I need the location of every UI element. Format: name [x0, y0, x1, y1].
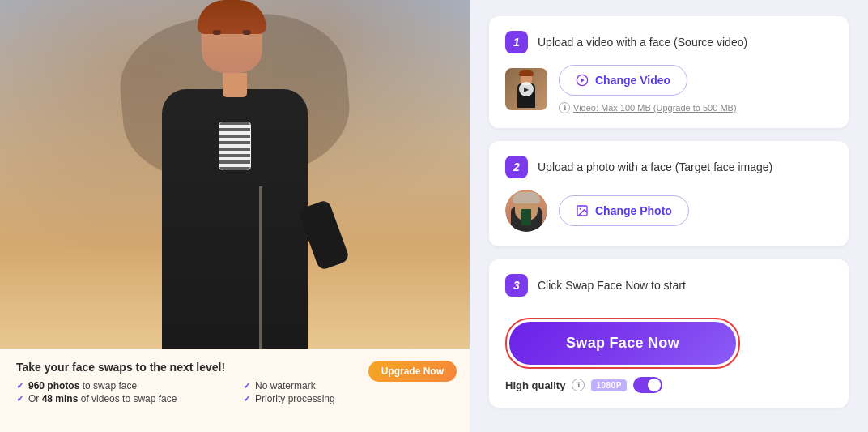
feature-video: ✓ Or 48 mins of videos to swap face: [16, 393, 227, 404]
step-1-title: Upload a video with a face (Source video…: [538, 36, 747, 49]
feature-bold-1: 960 photos: [28, 380, 79, 391]
thumb-hair: [519, 70, 534, 76]
step-2-content: Change Photo: [505, 190, 832, 232]
image-icon: [576, 204, 589, 217]
jacket: [162, 89, 308, 349]
photo-thumbnail: [505, 190, 547, 232]
video-thumbnail: ▶: [505, 68, 547, 110]
step-1-header: 1 Upload a video with a face (Source vid…: [505, 31, 832, 53]
upgrade-banner: Take your face swaps to the next level! …: [0, 349, 470, 432]
svg-marker-1: [581, 78, 585, 82]
video-size-text[interactable]: Video: Max 100 MB (Upgrade to 500 MB): [573, 103, 737, 113]
video-preview: [0, 0, 470, 349]
step-2-card: 2 Upload a photo with a face (Target fac…: [489, 141, 849, 246]
step-3-badge: 3: [505, 274, 528, 297]
step-3-header: 3 Click Swap Face Now to start: [505, 274, 832, 297]
step-1-content: ▶ Change Video ℹ Video: Max 100 MB (Upgr…: [505, 65, 832, 113]
step-2-action-area: Change Photo: [559, 195, 832, 226]
neck: [223, 73, 247, 97]
thumb-figure: ▶: [512, 71, 541, 108]
head: [202, 4, 262, 73]
right-eye: [243, 30, 251, 35]
play-circle-icon: [576, 74, 589, 87]
quality-label: High quality: [505, 379, 565, 391]
video-size-info: ℹ Video: Max 100 MB (Upgrade to 500 MB): [559, 102, 832, 113]
info-icon-1: ℹ: [559, 102, 570, 113]
quality-badge: 1080P: [591, 379, 626, 391]
left-eye: [213, 30, 221, 35]
face-tie: [521, 209, 531, 225]
step-1-card: 1 Upload a video with a face (Source vid…: [489, 16, 849, 128]
quality-row: High quality ℹ 1080P: [505, 377, 832, 393]
change-photo-button[interactable]: Change Photo: [559, 195, 689, 226]
video-thumb-bg: ▶: [505, 68, 547, 110]
svg-point-3: [580, 208, 581, 210]
shirt-stripes: [219, 122, 250, 170]
upgrade-button[interactable]: Upgrade Now: [368, 361, 457, 382]
face-thumbnail-bg: [505, 190, 547, 232]
feature-priority: ✓ Priority processing: [243, 393, 453, 404]
right-panel: 1 Upload a video with a face (Source vid…: [470, 0, 868, 432]
feature-priority-text: Priority processing: [255, 393, 335, 404]
feature-watermark: ✓ No watermark: [243, 380, 453, 391]
step-3-title: Click Swap Face Now to start: [538, 279, 686, 292]
step-1-badge: 1: [505, 31, 528, 53]
step-1-action-area: Change Video ℹ Video: Max 100 MB (Upgrad…: [559, 65, 832, 113]
video-figure: [113, 0, 356, 349]
feature-photos-text: 960 photos to swap face: [28, 380, 137, 391]
banner-features: ✓ 960 photos to swap face ✓ No watermark…: [16, 380, 453, 404]
left-panel: Take your face swaps to the next level! …: [0, 0, 470, 432]
swap-face-button[interactable]: Swap Face Now: [509, 322, 736, 365]
change-video-button[interactable]: Change Video: [559, 65, 687, 96]
face-hair: [513, 192, 540, 203]
swap-btn-wrapper: Swap Face Now: [505, 318, 740, 369]
quality-info-icon: ℹ: [572, 379, 585, 391]
toggle-knob: [648, 379, 661, 391]
step-3-content: Swap Face Now High quality ℹ 1080P: [505, 308, 832, 393]
hair: [198, 0, 266, 34]
check-icon-4: ✓: [243, 393, 251, 404]
quality-toggle[interactable]: [633, 377, 662, 393]
check-icon-3: ✓: [16, 393, 24, 404]
step-2-header: 2 Upload a photo with a face (Target fac…: [505, 156, 832, 178]
feature-photos: ✓ 960 photos to swap face: [16, 380, 227, 391]
feature-video-text: Or 48 mins of videos to swap face: [28, 393, 177, 404]
feature-watermark-text: No watermark: [255, 380, 316, 391]
step-2-badge: 2: [505, 156, 528, 178]
step-3-card: 3 Click Swap Face Now to start Swap Face…: [489, 259, 849, 408]
play-icon: ▶: [519, 82, 534, 96]
feature-bold-2: 48 mins: [42, 393, 79, 404]
mic-stand: [259, 186, 262, 349]
step-2-title: Upload a photo with a face (Target face …: [538, 160, 772, 173]
check-icon-1: ✓: [16, 380, 24, 391]
check-icon-2: ✓: [243, 380, 251, 391]
